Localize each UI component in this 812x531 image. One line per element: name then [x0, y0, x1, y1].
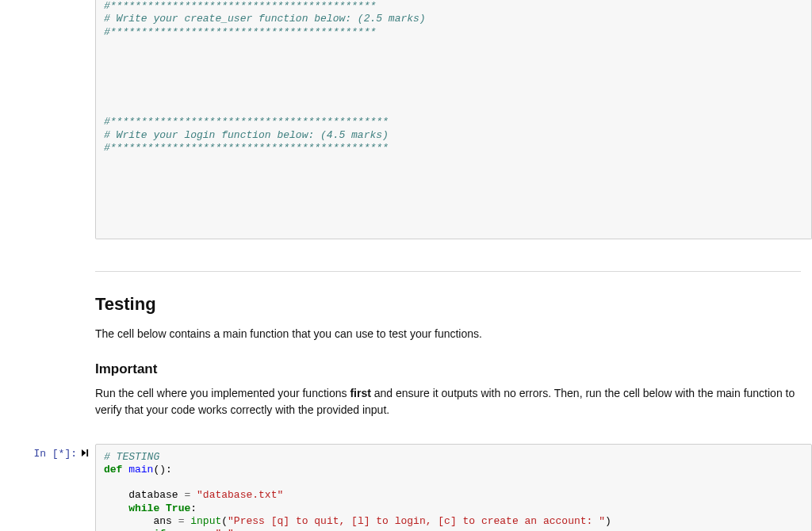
svg-marker-0: [82, 449, 86, 457]
comment-line: #***************************************…: [104, 116, 389, 128]
heading-testing: Testing: [95, 294, 801, 315]
emphasis-first: first: [350, 387, 370, 399]
comment-line: # TESTING: [104, 451, 159, 463]
cell-prompt-empty: [0, 239, 95, 444]
comment-line: # Write your create_user function below:…: [104, 13, 426, 25]
heading-important: Important: [95, 361, 801, 377]
comment-line: #***************************************…: [104, 26, 376, 38]
paragraph-testing: The cell below contains a main function …: [95, 326, 801, 342]
code-cell-2[interactable]: In [*]: # TESTING def main(): database =…: [0, 444, 812, 532]
run-to-end-icon[interactable]: [82, 448, 89, 462]
comment-line: #***************************************…: [104, 142, 389, 154]
cell-prompt: In [*]:: [0, 444, 95, 532]
paragraph-important: Run the cell where you implemented your …: [95, 385, 801, 418]
horizontal-rule: [95, 271, 801, 272]
comment-line: #***************************************…: [104, 0, 376, 12]
code-editor-2[interactable]: # TESTING def main(): database = "databa…: [95, 444, 812, 532]
code-editor-1[interactable]: #***************************************…: [95, 0, 812, 239]
prompt-label: In [*]:: [33, 448, 77, 460]
jupyter-notebook: #***************************************…: [0, 0, 812, 531]
code-cell-1[interactable]: #***************************************…: [0, 0, 812, 239]
comment-line: # Write your login function below: (4.5 …: [104, 129, 389, 141]
markdown-cell[interactable]: Testing The cell below contains a main f…: [0, 239, 812, 444]
cell-prompt-empty: [0, 0, 95, 239]
svg-rect-1: [86, 449, 88, 457]
